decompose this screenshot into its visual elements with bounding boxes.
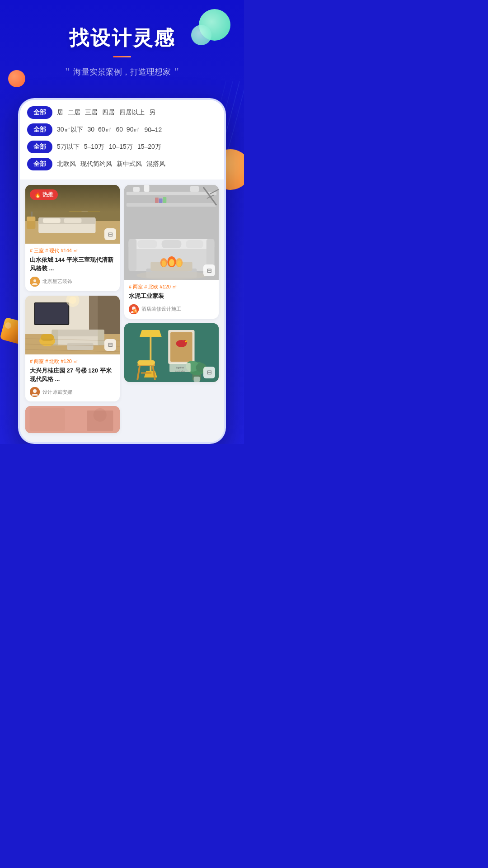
filter-area-30[interactable]: 30㎡以下 <box>57 126 83 134</box>
filter-style-mixed[interactable]: 混搭风 <box>146 160 165 168</box>
content-grid: 🔥 热推 ⊟ # 三室 # 现代 #144 ㎡ 山水依城 144 平米三室现代清… <box>20 179 224 433</box>
filter-budget-15-20[interactable]: 15–20万 <box>137 143 161 151</box>
hot-label: 热推 <box>42 191 53 198</box>
author-avatar-2 <box>129 304 139 314</box>
card-daxing-body: # 两室 # 北欧 #120 ㎡ 大兴月桂庄园 27 号楼 120 平米现代风格… <box>25 354 120 402</box>
card-partial-left[interactable] <box>25 406 120 433</box>
card-daxing[interactable]: ⊟ # 两室 # 北欧 #120 ㎡ 大兴月桂庄园 27 号楼 120 平米现代… <box>25 296 120 402</box>
card-shanshui-title: 山水依城 144 平米三室现代清新风格装 ... <box>30 256 115 273</box>
author-name-2: 酒店装修设计施工 <box>141 306 181 312</box>
author-avatar-3 <box>30 387 40 397</box>
svg-rect-19 <box>35 303 68 324</box>
subtitle-text: 海量实景案例，打造理想家 <box>73 66 171 77</box>
card-shanshui-tags: # 三室 # 现代 #144 ㎡ <box>30 247 115 254</box>
filter-style-chinese[interactable]: 新中式风 <box>117 160 142 168</box>
svg-rect-55 <box>137 240 157 248</box>
filter-rooms-1[interactable]: 居 <box>57 108 63 117</box>
filter-style-nordic[interactable]: 北欧风 <box>57 160 76 168</box>
bookmark-button-4[interactable]: ⊟ <box>203 367 215 378</box>
svg-rect-9 <box>43 218 61 223</box>
fire-icon: 🔥 <box>34 192 41 198</box>
column-left: 🔥 热推 ⊟ # 三室 # 现代 #144 ㎡ 山水依城 144 平米三室现代清… <box>25 185 120 433</box>
svg-text:together: together <box>176 367 184 369</box>
card-daxing-image: ⊟ <box>25 296 120 354</box>
svg-point-65 <box>177 260 182 267</box>
column-right: ⊟ # 两室 # 北欧 #120 ㎡ 水泥工业家装 <box>124 185 219 433</box>
filters-section: 全部 居 二居 三居 四居 四居以上 另 全部 30㎡以下 30–60㎡ 60–… <box>20 100 224 179</box>
bottom-padding <box>20 433 224 442</box>
svg-point-63 <box>162 260 166 267</box>
svg-rect-49 <box>159 198 163 203</box>
svg-rect-5 <box>69 187 81 212</box>
card-shanshui-body: # 三室 # 现代 #144 ㎡ 山水依城 144 平米三室现代清新风格装 ..… <box>25 244 120 291</box>
svg-rect-21 <box>98 296 120 334</box>
card-shanshui-author: 北京星艺装饰 <box>30 277 115 287</box>
svg-rect-6 <box>88 187 100 212</box>
filter-row-rooms: 全部 居 二居 三居 四居 四居以上 另 <box>27 106 217 119</box>
pink-scene <box>25 406 120 433</box>
quote-right-icon: " <box>174 66 179 78</box>
svg-rect-36 <box>30 408 65 431</box>
filter-budget-5[interactable]: 5万以下 <box>57 143 80 151</box>
filter-rooms-4plus[interactable]: 四居以上 <box>119 108 145 117</box>
filter-area-all[interactable]: 全部 <box>27 123 52 136</box>
svg-rect-57 <box>186 240 203 248</box>
card-daxing-tags: # 两室 # 北欧 #120 ㎡ <box>30 358 115 365</box>
filter-style-modern[interactable]: 现代简约风 <box>80 160 112 168</box>
phone-card: 全部 居 二居 三居 四居 四居以上 另 全部 30㎡以下 30–60㎡ 60–… <box>18 98 226 444</box>
svg-rect-40 <box>127 192 216 195</box>
svg-rect-44 <box>190 186 199 192</box>
filter-area-90-120[interactable]: 90–12 <box>144 126 162 133</box>
svg-rect-43 <box>144 185 150 192</box>
svg-rect-25 <box>98 330 104 345</box>
svg-rect-14 <box>27 217 35 221</box>
bookmark-button-1[interactable]: ⊟ <box>104 228 116 240</box>
svg-rect-48 <box>155 198 159 203</box>
card-teal[interactable]: together favorite place ⊟ <box>124 323 219 382</box>
svg-rect-27 <box>41 334 54 341</box>
hot-badge: 🔥 热推 <box>30 189 58 200</box>
filter-rooms-4[interactable]: 四居 <box>102 108 115 117</box>
filter-row-area: 全部 30㎡以下 30–60㎡ 60–90㎡ 90–12 <box>27 123 217 136</box>
quote-left-icon: " <box>65 66 70 78</box>
svg-rect-41 <box>127 203 216 207</box>
card-teal-image: together favorite place ⊟ <box>124 323 219 382</box>
background-wrapper: 找设计灵感 " 海量实景案例，打造理想家 " 全部 居 二居 三居 四居 四居以… <box>0 0 244 444</box>
svg-rect-53 <box>129 239 136 271</box>
title-underline <box>113 56 131 57</box>
card-cement-body: # 两室 # 北欧 #120 ㎡ 水泥工业家装 <box>124 280 219 319</box>
svg-text:favorite place: favorite place <box>175 370 186 372</box>
card-daxing-title: 大兴月桂庄园 27 号楼 120 平米现代风格 ... <box>30 367 115 384</box>
card-cement-image: ⊟ <box>124 185 219 280</box>
svg-rect-38 <box>87 410 113 431</box>
author-avatar-1 <box>30 277 40 287</box>
filter-rooms-more[interactable]: 另 <box>149 108 155 117</box>
filter-rooms-2[interactable]: 二居 <box>68 108 80 117</box>
filter-rooms-all[interactable]: 全部 <box>27 106 52 119</box>
svg-rect-84 <box>194 377 200 382</box>
bookmark-button-3[interactable]: ⊟ <box>104 339 116 351</box>
filter-area-60-90[interactable]: 60–90㎡ <box>116 126 140 134</box>
svg-rect-4 <box>69 187 100 212</box>
filter-budget-5-10[interactable]: 5–10万 <box>84 143 104 151</box>
card-daxing-author: 设计师戴安娜 <box>30 387 115 397</box>
card-cement[interactable]: ⊟ # 两室 # 北欧 #120 ㎡ 水泥工业家装 <box>124 185 219 319</box>
svg-rect-28 <box>67 343 93 350</box>
svg-rect-42 <box>133 187 140 192</box>
card-shanshui-image: 🔥 热推 ⊟ <box>25 185 120 244</box>
filter-budget-all[interactable]: 全部 <box>27 141 52 153</box>
svg-rect-50 <box>163 197 167 203</box>
svg-point-30 <box>69 297 76 304</box>
card-shanshui[interactable]: 🔥 热推 ⊟ # 三室 # 现代 #144 ㎡ 山水依城 144 平米三室现代清… <box>25 185 120 291</box>
filter-budget-10-15[interactable]: 10–15万 <box>109 143 133 151</box>
svg-point-1 <box>5 322 11 329</box>
filter-style-all[interactable]: 全部 <box>27 158 52 170</box>
filter-area-30-60[interactable]: 30–60㎡ <box>88 126 112 134</box>
svg-rect-23 <box>52 330 104 336</box>
bookmark-button-2[interactable]: ⊟ <box>203 264 215 276</box>
svg-point-64 <box>169 259 174 266</box>
card-cement-tags: # 两室 # 北欧 #120 ㎡ <box>129 283 214 290</box>
filter-row-style: 全部 北欧风 现代简约风 新中式风 混搭风 <box>27 158 217 170</box>
subtitle: " 海量实景案例，打造理想家 " <box>0 66 244 78</box>
filter-rooms-3[interactable]: 三居 <box>85 108 98 117</box>
